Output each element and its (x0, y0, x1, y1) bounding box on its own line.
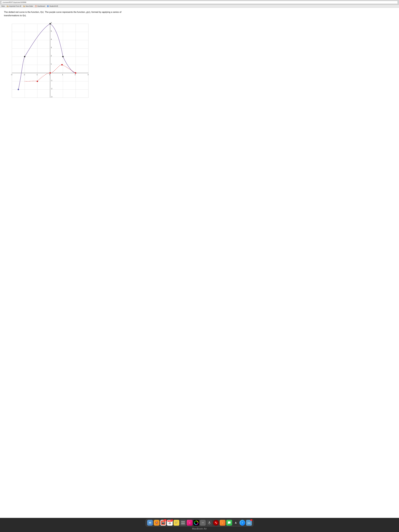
svg-point-51 (150, 522, 151, 523)
svg-text:A: A (235, 522, 237, 524)
svg-point-42 (50, 23, 51, 24)
svg-rect-58 (167, 521, 172, 522)
dock-messages[interactable] (226, 520, 232, 526)
bookmark-new-folder-label: New folder (25, 5, 33, 7)
dock-more[interactable]: ··· (200, 520, 206, 526)
dock-siri[interactable] (240, 520, 245, 526)
svg-text:4: 4 (51, 38, 52, 40)
dock-launchpad[interactable]: 🚀 (154, 520, 159, 526)
description-text: The dotted red curve is the function, f(… (4, 10, 123, 17)
svg-rect-71 (209, 521, 210, 523)
svg-point-41 (24, 56, 25, 57)
svg-text:🚀: 🚀 (155, 521, 158, 524)
svg-text:6: 6 (51, 22, 52, 24)
svg-text:1: 1 (62, 74, 63, 76)
dock: 🚀 232 📷 25 25 (146, 519, 253, 527)
dock-notes[interactable] (173, 520, 179, 526)
dock-das[interactable]: 1 DAS (246, 520, 252, 526)
svg-text:📷: 📷 (162, 521, 165, 524)
svg-rect-61 (175, 522, 178, 522)
content-area: The dotted red curve is the function, f(… (0, 8, 399, 518)
dock-itunes[interactable]: ♪ (220, 520, 226, 526)
svg-rect-67 (183, 523, 185, 524)
bookmarks-bar: Sites Imported From IE New folder (0, 5, 399, 8)
browser-toolbar (0, 0, 399, 5)
bookmark-new-folder[interactable]: New folder (23, 5, 33, 7)
svg-marker-3 (36, 6, 36, 6)
more-label: ··· (202, 521, 204, 524)
svg-point-46 (61, 64, 63, 65)
dock-finder[interactable] (147, 520, 153, 526)
svg-rect-1 (23, 6, 25, 7)
calendar-badge: 25 (171, 519, 173, 521)
folder-icon-2 (23, 5, 25, 7)
svg-text:-1: -1 (51, 79, 52, 81)
dock-grid[interactable] (180, 520, 186, 526)
svg-rect-62 (175, 522, 177, 523)
dock-calendar[interactable]: 25 25 (167, 520, 173, 526)
photos-badge: 232 (164, 519, 167, 521)
svg-point-47 (75, 72, 76, 74)
bookmark-imported-from-ie-label: Imported From IE (9, 5, 21, 7)
svg-rect-63 (175, 523, 177, 524)
svg-text:-1: -1 (36, 74, 38, 76)
svg-text:1: 1 (51, 63, 52, 65)
svg-rect-64 (181, 521, 183, 522)
svg-point-50 (149, 522, 150, 523)
dock-photos2[interactable] (193, 520, 199, 526)
svg-text:-3: -3 (51, 96, 52, 98)
folder-icon (7, 5, 9, 7)
svg-text:-2: -2 (51, 88, 52, 90)
bookmark-dashboard[interactable]: Dashboard (35, 5, 45, 7)
svg-point-48 (37, 81, 38, 82)
svg-point-44 (18, 89, 19, 90)
svg-point-43 (62, 56, 63, 57)
svg-text:25: 25 (169, 522, 171, 525)
compass-icon (35, 5, 37, 7)
svg-point-77 (241, 521, 244, 525)
svg-text:3: 3 (88, 74, 89, 76)
svg-text:DAS: DAS (247, 522, 250, 524)
svg-rect-0 (7, 6, 9, 7)
svg-text:5: 5 (51, 30, 52, 32)
dock-stop[interactable] (213, 520, 219, 526)
svg-text:3: 3 (51, 46, 52, 48)
svg-text:♪: ♪ (222, 522, 223, 524)
dock-mic[interactable] (207, 520, 212, 526)
svg-text:0: 0 (49, 74, 50, 76)
dock-font[interactable]: A (233, 520, 239, 526)
url-input[interactable] (1, 1, 398, 4)
svg-rect-65 (183, 521, 185, 522)
svg-text:♫: ♫ (189, 521, 190, 524)
bookmark-studentvue[interactable]: S StudentVUE (47, 5, 58, 7)
svg-point-45 (50, 72, 51, 74)
dock-area: 🚀 232 📷 25 25 (0, 518, 399, 532)
bookmark-imported-from-ie[interactable]: Imported From IE (7, 5, 21, 7)
sites-label: Sites (1, 5, 5, 7)
bookmark-studentvue-label: StudentVUE (49, 5, 58, 7)
browser-window: Sites Imported From IE New folder (0, 0, 399, 518)
svg-text:2: 2 (51, 55, 52, 57)
bookmark-dashboard-label: Dashboard (37, 5, 45, 7)
svg-text:-2: -2 (24, 74, 25, 76)
dock-music[interactable]: ♫ (187, 520, 192, 526)
coordinate-graph: 6 5 4 3 2 1 -1 -2 -3 -3 -2 -1 0 1 2 3 (4, 21, 96, 100)
dock-photos[interactable]: 232 📷 (160, 520, 166, 526)
svg-rect-66 (181, 523, 183, 524)
graph-container: 6 5 4 3 2 1 -1 -2 -3 -3 -2 -1 0 1 2 3 (4, 20, 395, 101)
studentvue-icon: S (47, 5, 49, 7)
das-badge: 1 (250, 519, 252, 521)
macbook-label: MacBook Air (192, 527, 207, 532)
svg-text:2: 2 (75, 74, 76, 76)
svg-text:-3: -3 (11, 74, 12, 76)
svg-point-49 (148, 521, 152, 525)
svg-marker-4 (36, 6, 36, 7)
svg-point-70 (196, 522, 197, 523)
svg-text:S: S (48, 6, 48, 7)
